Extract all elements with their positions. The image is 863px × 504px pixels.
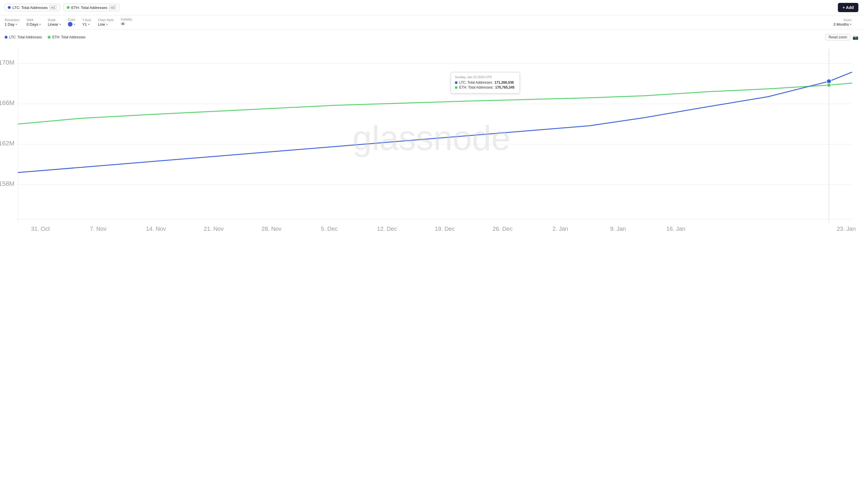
svg-text:14. Nov: 14. Nov [146, 225, 166, 232]
visibility-label: Visibility [121, 17, 132, 21]
metric-chips: LTC: Total Addresses m1 ETH: Total Addre… [4, 4, 120, 11]
svg-text:21. Nov: 21. Nov [204, 225, 224, 232]
zoom-label: Zoom [843, 18, 851, 22]
eth-dot [67, 6, 70, 9]
reset-zoom-button[interactable]: Reset zoom [825, 34, 850, 40]
svg-text:158M: 158M [0, 180, 14, 187]
yaxis-value: Y1 [82, 22, 87, 27]
eth-data-point [827, 83, 831, 87]
color-label: Color [68, 18, 75, 21]
ltc-legend-label: LTC: Total Addresses [9, 35, 42, 39]
sma-control: SMA 0 Days ▾ [27, 18, 41, 27]
svg-text:23. Jan: 23. Jan [837, 225, 856, 232]
chart-style-control: Chart Style Line ▾ [98, 18, 113, 27]
ltc-dot [8, 6, 11, 9]
eye-icon: 👁 [121, 22, 125, 27]
scale-label: Scale [48, 18, 61, 22]
resolution-chevron-icon: ▾ [16, 23, 17, 26]
eth-legend-dot [48, 36, 51, 39]
eth-chip[interactable]: ETH: Total Addresses m2 [64, 4, 120, 11]
color-circle [68, 22, 73, 27]
sma-dropdown[interactable]: 0 Days ▾ [27, 22, 41, 27]
header-bar: LTC: Total Addresses m1 ETH: Total Addre… [0, 0, 863, 15]
svg-text:31. Oct: 31. Oct [31, 225, 50, 232]
chart-style-dropdown[interactable]: Line ▾ [98, 22, 113, 27]
controls-bar: Resolution 1 Day ▾ SMA 0 Days ▾ Scale Li… [0, 15, 863, 29]
eth-chip-label: ETH: Total Addresses [71, 5, 108, 10]
chart-svg: 170M 166M 162M 158M 31. Oct [0, 40, 863, 236]
yaxis-dropdown[interactable]: Y1 ▾ [82, 22, 91, 27]
zoom-control: Zoom 3 Months ▾ [834, 18, 851, 27]
eth-legend-item: ETH: Total Addresses [48, 35, 86, 39]
ltc-chip-label: LTC: Total Addresses [12, 5, 48, 10]
svg-text:26. Dec: 26. Dec [493, 225, 513, 232]
svg-text:2. Jan: 2. Jan [552, 225, 568, 232]
resolution-control: Resolution 1 Day ▾ [4, 18, 20, 27]
yaxis-label: Y Axis [82, 18, 91, 22]
ltc-chip[interactable]: LTC: Total Addresses m1 [4, 4, 60, 11]
scale-chevron-icon: ▾ [60, 23, 61, 26]
svg-text:28. Nov: 28. Nov [262, 225, 282, 232]
svg-text:16. Jan: 16. Jan [666, 225, 685, 232]
resolution-label: Resolution [4, 18, 20, 22]
scale-dropdown[interactable]: Linear ▾ [48, 22, 61, 27]
ltc-legend-item: LTC: Total Addresses [4, 35, 42, 39]
chart-style-label: Chart Style [98, 18, 113, 22]
scale-control: Scale Linear ▾ [48, 18, 61, 27]
resolution-dropdown[interactable]: 1 Day ▾ [4, 22, 20, 27]
svg-text:12. Dec: 12. Dec [377, 225, 397, 232]
svg-text:9. Jan: 9. Jan [610, 225, 626, 232]
ltc-legend-dot [4, 36, 8, 39]
visibility-toggle[interactable]: 👁 [121, 22, 132, 27]
svg-text:7. Nov: 7. Nov [90, 225, 107, 232]
eth-badge: m2 [109, 5, 116, 10]
svg-text:19. Dec: 19. Dec [435, 225, 455, 232]
sma-label: SMA [27, 18, 41, 22]
chart-style-chevron-icon: ▾ [106, 23, 108, 26]
svg-text:166M: 166M [0, 99, 14, 106]
chart-svg-wrapper: 170M 166M 162M 158M 31. Oct [0, 40, 863, 236]
svg-text:5. Dec: 5. Dec [321, 225, 338, 232]
color-chevron-icon: ▾ [74, 23, 75, 26]
yaxis-control: Y Axis Y1 ▾ [82, 18, 91, 27]
ltc-badge: m1 [49, 5, 57, 10]
scale-value: Linear [48, 22, 58, 27]
color-control: Color ▾ [68, 18, 75, 27]
add-button[interactable]: + Add [838, 3, 859, 12]
zoom-chevron-icon: ▾ [850, 23, 851, 26]
yaxis-chevron-icon: ▾ [88, 23, 89, 26]
resolution-value: 1 Day [4, 22, 14, 27]
svg-text:170M: 170M [0, 59, 14, 66]
svg-text:162M: 162M [0, 140, 14, 147]
visibility-control: Visibility 👁 [121, 17, 132, 27]
chart-style-value: Line [98, 22, 105, 27]
eth-legend-label: ETH: Total Addresses [52, 35, 86, 39]
chart-legend: LTC: Total Addresses ETH: Total Addresse… [4, 35, 86, 39]
sma-chevron-icon: ▾ [39, 23, 41, 26]
sma-value: 0 Days [27, 22, 38, 27]
chart-container: LTC: Total Addresses ETH: Total Addresse… [0, 29, 863, 236]
camera-icon[interactable]: 📷 [853, 35, 859, 40]
zoom-value: 3 Months [834, 22, 849, 27]
color-dropdown[interactable]: ▾ [68, 22, 75, 27]
watermark: glassnode [352, 119, 510, 157]
zoom-dropdown[interactable]: 3 Months ▾ [834, 22, 851, 27]
